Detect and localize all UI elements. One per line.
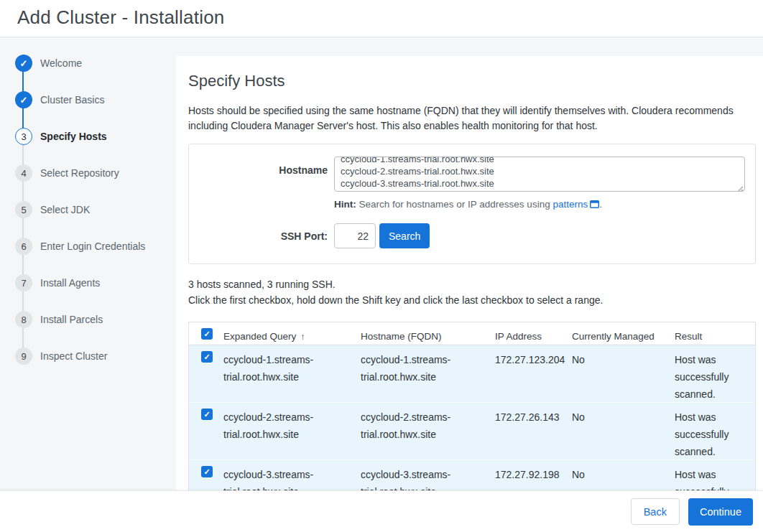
hint-prefix: Hint: — [334, 199, 356, 210]
back-button[interactable]: Back — [631, 498, 680, 525]
patterns-link[interactable]: patterns — [552, 199, 588, 210]
step-number: 4 — [21, 168, 26, 179]
main-panel: Specify Hosts Hosts should be specified … — [176, 56, 763, 532]
step-number: 7 — [21, 278, 26, 289]
step-done-circle: ✓ — [15, 91, 32, 108]
step-number-circle: 4 — [15, 164, 32, 182]
wizard-sidebar: ✓ Welcome ✓ Cluster Basics 3 Specify Hos… — [0, 37, 176, 532]
search-button[interactable]: Search — [379, 223, 430, 248]
hostname-textarea[interactable]: ccycloud-1.streams-trial.root.hwx.site c… — [334, 157, 745, 192]
step-number: 9 — [21, 351, 26, 362]
cell-hostname: ccycloud-1.streams-trial.root.hwx.site — [361, 345, 495, 402]
check-icon: ✓ — [203, 353, 210, 361]
column-header-currently-managed[interactable]: Currently Managed — [572, 322, 675, 345]
step-number-circle: 7 — [15, 274, 32, 291]
hosts-table: ✓ Expanded Query↑ Hostname (FQDN) IP Add… — [188, 322, 756, 518]
row-checkbox-cell: ✓ — [189, 345, 223, 402]
cell-currently-managed: No — [572, 403, 675, 459]
step-label: Select JDK — [40, 204, 90, 215]
step-number: 6 — [21, 241, 26, 252]
sidebar-step-cluster-basics: ✓ Cluster Basics — [0, 91, 176, 108]
hint-text: Search for hostnames or IP addresses usi… — [356, 199, 553, 210]
column-header-result[interactable]: Result — [675, 322, 757, 345]
step-label: Specify Hosts — [40, 131, 107, 142]
page-title: Add Cluster - Installation — [17, 6, 224, 29]
sidebar-step-specify-hosts: 3 Specify Hosts — [0, 128, 176, 145]
step-label: Cluster Basics — [40, 94, 104, 106]
check-icon: ✓ — [20, 95, 28, 105]
step-number: 5 — [21, 205, 26, 215]
scan-summary: 3 hosts scanned, 3 running SSH. — [188, 279, 336, 290]
cell-ip-address: 172.27.26.143 — [495, 403, 572, 459]
sidebar-step-select-jdk: 5 Select JDK — [0, 201, 176, 218]
check-icon: ✓ — [203, 411, 210, 419]
sidebar-step-welcome: ✓ Welcome — [0, 55, 176, 72]
check-icon: ✓ — [203, 330, 210, 338]
section-heading: Specify Hosts — [188, 72, 285, 90]
select-all-checkbox[interactable]: ✓ — [201, 328, 213, 340]
step-label: Install Agents — [40, 277, 100, 289]
step-number-circle: 5 — [15, 201, 32, 218]
check-icon: ✓ — [20, 59, 28, 68]
workspace: ✓ Welcome ✓ Cluster Basics 3 Specify Hos… — [0, 37, 763, 532]
hint-suffix: . — [599, 199, 602, 210]
step-number-circle: 3 — [15, 128, 32, 145]
external-window-icon[interactable] — [590, 200, 599, 210]
step-number-circle: 8 — [15, 311, 32, 328]
cell-expanded-query: ccycloud-2.streams-trial.root.hwx.site — [223, 403, 361, 459]
row-checkbox[interactable]: ✓ — [201, 409, 213, 420]
resize-handle-icon[interactable] — [736, 182, 744, 190]
step-label: Inspect Cluster — [40, 350, 107, 362]
sidebar-step-enter-login-credentials: 6 Enter Login Credentials — [0, 238, 176, 255]
step-number-circle: 9 — [15, 347, 32, 365]
header-checkbox-cell: ✓ — [189, 322, 223, 345]
table-row: ✓ ccycloud-2.streams-trial.root.hwx.site… — [189, 403, 755, 460]
continue-button[interactable]: Continue — [688, 498, 753, 526]
column-header-expanded-query[interactable]: Expanded Query↑ — [223, 322, 361, 345]
sidebar-step-install-agents: 7 Install Agents — [0, 274, 176, 291]
host-search-form: Hostname ccycloud-1.streams-trial.root.h… — [188, 144, 756, 264]
column-header-hostname[interactable]: Hostname (FQDN) — [361, 322, 495, 345]
cell-ip-address: 172.27.123.204 — [495, 345, 572, 402]
section-description: Hosts should be specified using the same… — [188, 103, 747, 134]
step-label: Install Parcels — [40, 314, 103, 325]
table-row: ✓ ccycloud-1.streams-trial.root.hwx.site… — [189, 345, 755, 403]
cell-currently-managed: No — [572, 345, 675, 402]
step-label: Enter Login Credentials — [40, 241, 145, 252]
row-checkbox[interactable]: ✓ — [201, 351, 213, 363]
step-label: Select Repository — [40, 167, 119, 179]
row-checkbox[interactable]: ✓ — [201, 466, 213, 477]
ssh-port-input[interactable] — [334, 223, 376, 248]
cell-result: Host was successfully scanned. — [675, 403, 757, 459]
sidebar-step-select-repository: 4 Select Repository — [0, 164, 176, 182]
wizard-footer: Back Continue — [0, 490, 763, 532]
sidebar-step-inspect-cluster: 9 Inspect Cluster — [0, 347, 176, 365]
check-icon: ✓ — [203, 468, 210, 476]
column-header-ip-address[interactable]: IP Address — [495, 322, 572, 345]
hostname-hint: Hint: Search for hostnames or IP address… — [334, 199, 602, 210]
sort-ascending-icon[interactable]: ↑ — [300, 331, 305, 342]
scan-instruction: Click the first checkbox, hold down the … — [188, 294, 603, 306]
sidebar-step-install-parcels: 8 Install Parcels — [0, 311, 176, 328]
step-number: 3 — [21, 131, 26, 142]
hostname-textarea-value: ccycloud-1.streams-trial.root.hwx.site c… — [341, 157, 739, 190]
step-number-circle: 6 — [15, 238, 32, 255]
cell-hostname: ccycloud-2.streams-trial.root.hwx.site — [361, 403, 495, 459]
ssh-port-label: SSH Port: — [195, 230, 328, 242]
cell-result: Host was successfully scanned. — [675, 345, 757, 402]
hostname-label: Hostname — [195, 164, 328, 176]
step-number: 8 — [21, 314, 26, 325]
step-done-circle: ✓ — [15, 55, 32, 72]
row-checkbox-cell: ✓ — [189, 403, 223, 459]
cell-expanded-query: ccycloud-1.streams-trial.root.hwx.site — [223, 345, 361, 402]
step-label: Welcome — [40, 57, 82, 69]
table-header-row: ✓ Expanded Query↑ Hostname (FQDN) IP Add… — [189, 322, 755, 345]
title-bar: Add Cluster - Installation — [0, 0, 763, 37]
